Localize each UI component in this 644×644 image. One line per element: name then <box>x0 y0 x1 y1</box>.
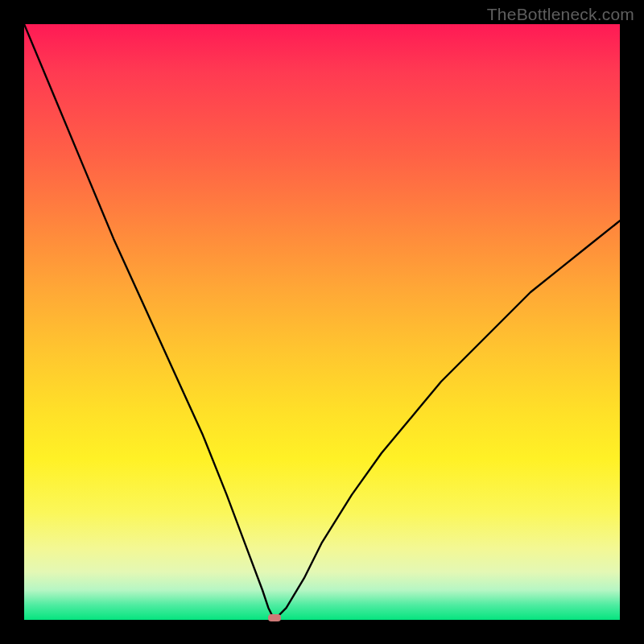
bottleneck-curve <box>24 24 620 620</box>
watermark-text: TheBottleneck.com <box>487 5 634 24</box>
plot-area <box>24 24 620 620</box>
optimum-marker <box>268 614 281 621</box>
